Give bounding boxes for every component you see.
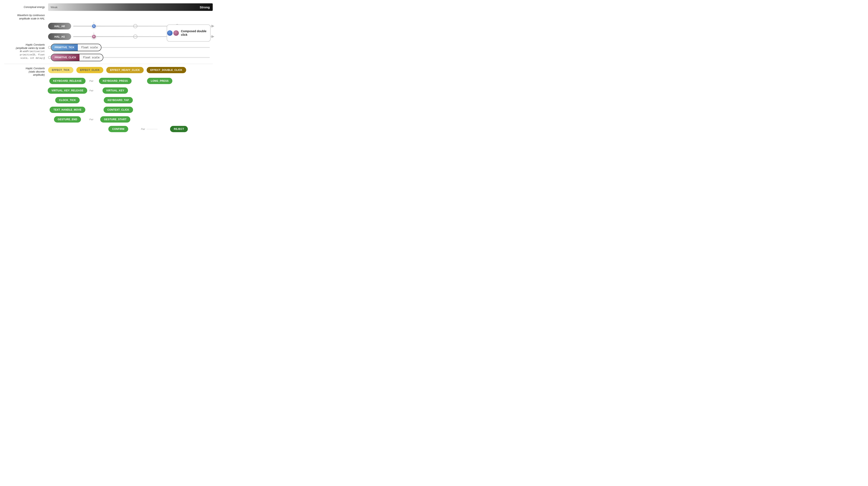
primitive-tick-row: PRIMITIVE_TICK float scale [48, 43, 210, 52]
pair-dotted-confirm [147, 129, 157, 129]
waveform-label-row: Waveform by continuousamplitude scale in… [4, 14, 213, 20]
keyboard-tap-cell: KEYBOARD_TAP [99, 97, 137, 103]
effects-grid: EFFECT_TICK EFFECT_CLICK EFFECT_HEAVY_CL… [48, 67, 213, 133]
keyboard-release-cell: KEYBOARD_RELEASE [48, 78, 87, 84]
haptic-constants-label: Haptic Constants(static discreteamplitud… [4, 67, 48, 133]
conceptual-energy-label: Conceptual energy [4, 6, 48, 8]
long-press-cell: LONG_PRESS [139, 78, 181, 84]
confirm-cell: CONFIRM [99, 126, 137, 132]
long-press-button[interactable]: LONG_PRESS [147, 78, 172, 84]
waveform-label: Waveform by continuousamplitude scale in… [4, 14, 48, 20]
energy-weak-label: Weak [51, 6, 58, 9]
bottom-section: Haptic Constants(static discreteamplitud… [4, 64, 213, 133]
confirm-button[interactable]: CONFIRM [108, 126, 128, 132]
primitive-click-row: PRIMITIVE_CLICK float scale [48, 53, 210, 62]
keyboard-tap-button[interactable]: KEYBOARD_TAP [104, 97, 133, 103]
pair-label-gesture: Pair [88, 118, 95, 121]
hal-h1-circle-1 [133, 34, 137, 39]
grid-layout: KEYBOARD_RELEASE Pair KEYBOARD_PRESS LON… [48, 77, 213, 133]
clock-tick-cell: CLOCK_TICK [48, 97, 87, 103]
virtual-key-release-button[interactable]: VIRTUAL_KEY_RELEASE [48, 88, 87, 94]
grid-row-gesture: GESTURE_END Pair GESTURE_START [48, 116, 213, 123]
reject-cell: REJECT [158, 126, 200, 132]
grid-row-confirm: CONFIRM Pair REJECT [48, 125, 213, 133]
text-handle-move-cell: TEXT_HANDLE_MOVE [48, 107, 87, 113]
grid-row-clock: CLOCK_TICK KEYBOARD_TAP [48, 96, 213, 104]
pair-connector-gesture: Pair [88, 118, 95, 121]
gesture-start-button[interactable]: GESTURE_START [100, 116, 130, 123]
energy-bar: Weak Strong [48, 3, 213, 11]
grid-row-text-handle: TEXT_HANDLE_MOVE CONTEXT_CLICK [48, 106, 213, 114]
composed-dot-blue [167, 30, 173, 36]
effect-click-button[interactable]: EFFECT_CLICK [76, 67, 103, 73]
keyboard-press-button[interactable]: KEYBOARD_PRESS [99, 78, 131, 84]
hal-h0-label: HAL_H0 [48, 23, 71, 30]
composed-label: Composed double click [181, 30, 210, 37]
primitive-rows: PRIMITIVE_TICK float scale PRIMITIVE_CL [48, 43, 210, 62]
context-click-button[interactable]: CONTEXT_CLICK [103, 107, 133, 113]
context-click-cell: CONTEXT_CLICK [99, 107, 137, 113]
grid-row-virtual-key: VIRTUAL_KEY_RELEASE Pair VIRTUAL_KEY [48, 87, 213, 95]
virtual-key-cell: VIRTUAL_KEY [96, 88, 135, 94]
primitive-tick-scale: float scale [78, 44, 101, 51]
effects-top-row: EFFECT_TICK EFFECT_CLICK EFFECT_HEAVY_CL… [48, 67, 213, 73]
pair-label-keyboard: Pair [88, 80, 95, 82]
hal-h1-label: HAL_H1 [48, 33, 71, 40]
primitive-tick-dot [48, 46, 51, 49]
hal-h0-dot-blue[interactable]: S [92, 24, 96, 28]
primitive-tick-pill-container: PRIMITIVE_TICK float scale [48, 43, 101, 52]
effect-tick-button[interactable]: EFFECT_TICK [48, 67, 73, 73]
primitive-label: Haptic Constants(amplitude varies by sca… [4, 43, 48, 60]
primitive-click-label: PRIMITIVE_CLICK [51, 54, 80, 61]
pair-connector-virtual-key: Pair [88, 89, 95, 92]
energy-strong-label: Strong [200, 5, 210, 9]
primitive-click-pill-container: PRIMITIVE_CLICK float scale [48, 53, 103, 62]
virtual-key-release-cell: VIRTUAL_KEY_RELEASE [48, 88, 87, 94]
composed-dots [167, 30, 179, 36]
primitive-tick-pill[interactable]: PRIMITIVE_TICK float scale [51, 44, 101, 51]
primitive-section: Haptic Constants(amplitude varies by sca… [4, 43, 213, 62]
pair-label-confirm: Pair [139, 128, 147, 130]
pair-connector-keyboard: Pair [88, 80, 95, 82]
virtual-key-button[interactable]: VIRTUAL_KEY [102, 88, 128, 94]
gesture-end-cell: GESTURE_END [48, 116, 87, 123]
keyboard-release-button[interactable]: KEYBOARD_RELEASE [49, 78, 86, 84]
pair-connector-confirm: Pair [139, 128, 157, 130]
composed-dot-pink [174, 30, 179, 36]
effect-heavy-click-button[interactable]: EFFECT_HEAVY_CLICK [106, 67, 144, 73]
hal-h0-circle-1 [133, 24, 137, 28]
primitive-tick-label: PRIMITIVE_TICK [51, 44, 78, 51]
gesture-start-cell: GESTURE_START [96, 116, 135, 123]
pair-label-virtual-key: Pair [88, 89, 95, 92]
primitive-click-dot [48, 56, 51, 59]
primitive-click-scale: float scale [80, 54, 103, 61]
gesture-end-button[interactable]: GESTURE_END [54, 116, 81, 123]
text-handle-move-button[interactable]: TEXT_HANDLE_MOVE [50, 107, 85, 113]
grid-row-keyboard: KEYBOARD_RELEASE Pair KEYBOARD_PRESS LON… [48, 77, 213, 85]
keyboard-press-cell: KEYBOARD_PRESS [96, 78, 135, 84]
conceptual-energy-row: Conceptual energy Weak Strong [4, 3, 213, 11]
reject-button[interactable]: REJECT [170, 126, 188, 132]
primitive-click-pill[interactable]: PRIMITIVE_CLICK float scale [51, 54, 103, 61]
composed-double-click-box: Composed double click [167, 25, 211, 42]
clock-tick-button[interactable]: CLOCK_TICK [55, 97, 80, 103]
main-container: Conceptual energy Weak Strong Waveform b… [0, 0, 217, 136]
effect-double-click-button[interactable]: EFFECT_DOUBLE_CLICK [147, 67, 186, 73]
hal-h1-dot-pink[interactable]: S [92, 34, 96, 39]
